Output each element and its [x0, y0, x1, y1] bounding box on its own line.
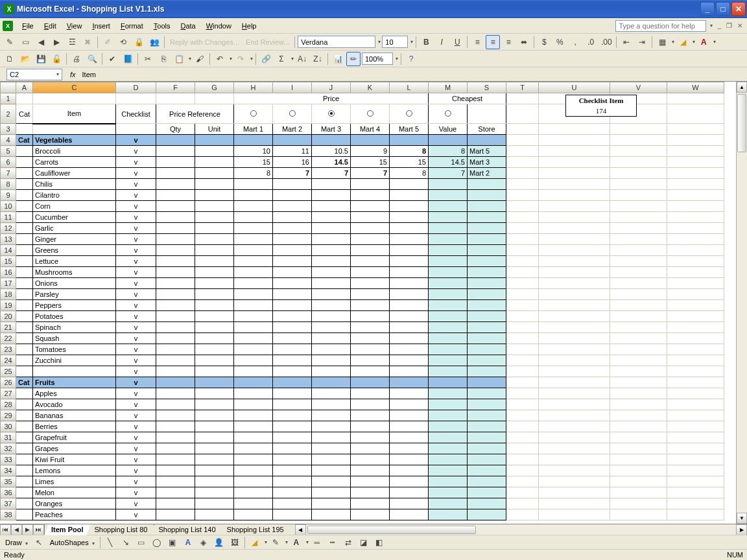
price-cell[interactable]	[234, 432, 273, 443]
scroll-thumb-h[interactable]	[307, 526, 476, 534]
cell[interactable]	[506, 377, 539, 388]
col-header-H[interactable]: H	[234, 82, 273, 93]
cheapest-store[interactable]	[468, 267, 506, 278]
cat-check[interactable]: v	[116, 135, 156, 146]
open-file-button[interactable]: 📂	[18, 52, 32, 66]
price-cell[interactable]	[351, 465, 390, 476]
cheapest-value[interactable]: 8	[429, 146, 468, 157]
price-cell[interactable]	[273, 366, 312, 377]
col-header-L[interactable]: L	[390, 82, 429, 93]
cell[interactable]	[539, 476, 610, 487]
cheapest-store[interactable]	[468, 190, 506, 201]
price-cell[interactable]: 10.5	[312, 146, 351, 157]
item-name[interactable]: Garlic	[33, 223, 116, 234]
qty-cell[interactable]	[156, 278, 195, 289]
radio-icon[interactable]	[367, 110, 374, 117]
hdr-store[interactable]: Store	[468, 124, 506, 135]
next-comment-icon[interactable]: ▶	[49, 35, 64, 49]
price-cell[interactable]	[390, 245, 429, 256]
item-check[interactable]: v	[116, 366, 156, 377]
price-cell[interactable]	[312, 234, 351, 245]
price-cell[interactable]	[390, 190, 429, 201]
cell[interactable]	[610, 509, 667, 520]
cheapest-store[interactable]	[468, 410, 506, 421]
cheapest-value[interactable]	[429, 234, 468, 245]
cell[interactable]	[610, 168, 667, 179]
price-cell[interactable]	[390, 333, 429, 344]
cell[interactable]	[506, 388, 539, 399]
price-cell[interactable]	[390, 223, 429, 234]
hdr-item[interactable]: Item	[33, 104, 116, 124]
menu-insert[interactable]: Insert	[87, 21, 115, 31]
price-cell[interactable]	[390, 421, 429, 432]
cell[interactable]	[506, 179, 539, 190]
price-cell[interactable]	[234, 388, 273, 399]
price-cell[interactable]	[273, 333, 312, 344]
cell[interactable]	[610, 487, 667, 498]
unit-cell[interactable]	[195, 146, 234, 157]
price-cell[interactable]	[234, 399, 273, 410]
row-header[interactable]: 28	[1, 399, 16, 410]
increase-indent-button[interactable]: ⇥	[635, 35, 649, 49]
price-cell[interactable]: 7	[312, 168, 351, 179]
cell[interactable]	[667, 366, 724, 377]
row-header[interactable]: 1	[1, 93, 16, 104]
price-cell[interactable]: 7	[273, 168, 312, 179]
research-button[interactable]: 📘	[121, 52, 135, 66]
item-name[interactable]: Lettuce	[33, 256, 116, 267]
price-cell[interactable]: 7	[351, 168, 390, 179]
cell[interactable]	[506, 278, 539, 289]
wordart-icon[interactable]: A	[181, 535, 195, 550]
unit-cell[interactable]	[195, 278, 234, 289]
unit-cell[interactable]	[195, 410, 234, 421]
cell[interactable]	[312, 377, 351, 388]
menu-window[interactable]: Window	[201, 21, 237, 31]
cell[interactable]	[539, 333, 610, 344]
cell[interactable]	[667, 388, 724, 399]
cell[interactable]	[351, 377, 390, 388]
item-check[interactable]: v	[116, 289, 156, 300]
oval-icon[interactable]: ◯	[150, 535, 164, 550]
cell[interactable]	[610, 498, 667, 509]
price-cell[interactable]	[273, 388, 312, 399]
cell[interactable]	[667, 399, 724, 410]
cheapest-value[interactable]	[429, 355, 468, 366]
cell[interactable]	[506, 256, 539, 267]
font-size-select[interactable]: 10	[382, 36, 408, 48]
qty-cell[interactable]	[156, 388, 195, 399]
cell[interactable]	[539, 234, 610, 245]
item-check[interactable]: v	[116, 432, 156, 443]
cell[interactable]	[195, 377, 234, 388]
price-cell[interactable]	[312, 344, 351, 355]
cell[interactable]	[16, 355, 33, 366]
cell[interactable]	[16, 256, 33, 267]
price-cell[interactable]	[312, 245, 351, 256]
cell[interactable]	[610, 432, 667, 443]
price-cell[interactable]	[390, 366, 429, 377]
cell[interactable]	[16, 432, 33, 443]
name-box[interactable]: C2▾	[6, 69, 62, 80]
price-cell[interactable]	[351, 454, 390, 465]
price-cell[interactable]	[312, 322, 351, 333]
price-cell[interactable]	[351, 509, 390, 520]
item-name[interactable]: Limes	[33, 476, 116, 487]
cell[interactable]	[429, 135, 468, 146]
tab-last-button[interactable]: ⏭	[33, 524, 44, 535]
qty-cell[interactable]	[156, 333, 195, 344]
cheapest-value[interactable]	[429, 201, 468, 212]
item-check[interactable]: v	[116, 267, 156, 278]
cheapest-value[interactable]	[429, 333, 468, 344]
cell[interactable]	[506, 366, 539, 377]
cut-button[interactable]: ✂	[141, 52, 155, 66]
row-header[interactable]: 24	[1, 355, 16, 366]
row-header[interactable]: 26	[1, 377, 16, 388]
size-dropdown-icon[interactable]: ▾	[410, 39, 413, 45]
scroll-thumb-v[interactable]	[737, 94, 746, 152]
cheapest-store[interactable]	[468, 333, 506, 344]
line-icon[interactable]: ╲	[103, 535, 117, 550]
price-cell[interactable]: 15	[390, 157, 429, 168]
price-cell[interactable]	[273, 443, 312, 454]
cell[interactable]	[16, 201, 33, 212]
align-right-button[interactable]: ≡	[501, 35, 516, 49]
cell[interactable]	[506, 223, 539, 234]
